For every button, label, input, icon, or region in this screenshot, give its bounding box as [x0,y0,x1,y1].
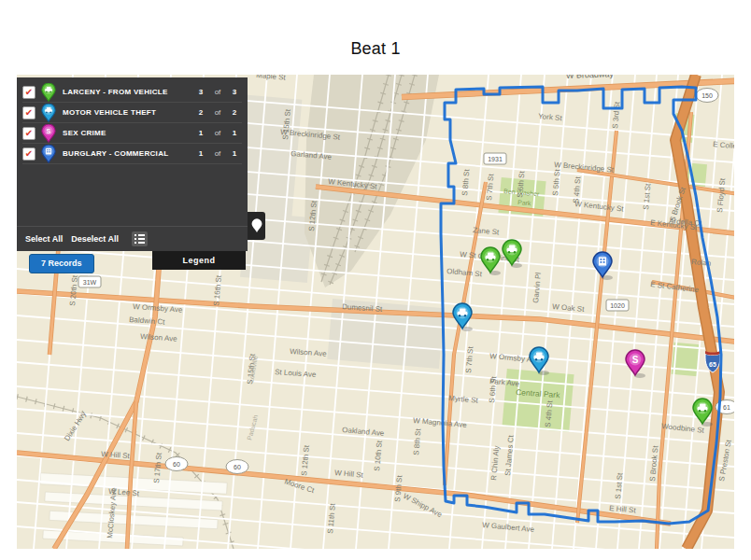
crime-filter-rows: ✔LARCENY - FROM VEHICLE3of3✔MOTOR VEHICL… [17,82,248,164]
svg-text:1020: 1020 [610,302,625,309]
select-all-button[interactable]: Select All [25,234,63,244]
category-count: 3 [193,88,208,96]
list-view-button[interactable] [132,231,148,246]
category-of-label: of [208,129,227,137]
motor-vehicle-theft-pin-icon [41,104,57,122]
category-checkbox[interactable]: ✔ [22,106,35,119]
map-canvas[interactable]: Maple StW BroadwayYork StW Breckinridge … [17,75,734,549]
category-checkbox[interactable]: ✔ [22,147,35,161]
category-count: 1 [193,149,208,158]
svg-text:60: 60 [173,461,180,468]
list-icon [135,233,145,245]
burglary-commercial-pin-icon [41,145,57,163]
category-of-label: of [208,108,227,117]
svg-text:S: S [47,128,51,135]
route-shield: 60 [165,457,188,471]
svg-text:65: 65 [709,361,716,368]
category-total: 2 [227,108,242,117]
route-shield: 60 [226,460,248,474]
category-total: 1 [227,149,242,158]
street-label: Park [517,199,531,206]
svg-text:60: 60 [234,464,241,470]
category-label: BURGLARY - COMMERCIAL [63,149,193,158]
svg-text:31W: 31W [83,279,97,286]
crime-filter-row[interactable]: ✔LARCENY - FROM VEHICLE3of3 [22,82,242,103]
crime-filter-row[interactable]: ✔SSEX CRIME1of1 [22,123,242,144]
svg-text:S: S [632,355,639,365]
legend-tab[interactable]: Legend [152,251,246,270]
category-of-label: of [208,149,227,158]
crime-filter-panel: ✔LARCENY - FROM VEHICLE3of3✔MOTOR VEHICL… [17,77,248,251]
sex-crime-pin-icon: S [41,124,57,143]
crime-filter-row[interactable]: ✔BURGLARY - COMMERCIAL1of1 [22,144,242,164]
route-shield: 1020 [606,300,629,311]
category-count: 1 [193,129,208,137]
category-label: SEX CRIME [63,129,193,137]
category-checkbox[interactable]: ✔ [22,127,35,140]
category-total: 1 [227,129,242,137]
panel-bottom-bar: Select All Deselect All [17,226,248,251]
category-total: 3 [227,88,242,96]
panel-pin-tab[interactable] [248,212,265,240]
category-checkbox[interactable]: ✔ [22,86,35,99]
route-shield: 1931 [484,153,506,164]
records-count-badge[interactable]: 7 Records [29,254,94,273]
category-of-label: of [208,88,227,96]
category-count: 2 [193,108,208,117]
larceny-from-vehicle-pin-icon [41,83,57,102]
category-label: MOTOR VEHICLE THEFT [63,108,193,117]
page-title: Beat 1 [0,39,751,59]
app-window: Beat 1 Maple StW BroadwayYork StW Brecki… [0,0,751,560]
route-shield: 150 [696,89,718,103]
crime-filter-row[interactable]: ✔MOTOR VEHICLE THEFT2of2 [22,103,242,123]
route-shield: 31W [78,276,101,287]
map-pin-icon [251,218,262,233]
svg-text:150: 150 [701,92,713,99]
svg-text:1931: 1931 [488,156,503,162]
deselect-all-button[interactable]: Deselect All [71,234,119,244]
category-label: LARCENY - FROM VEHICLE [63,88,193,96]
svg-text:61: 61 [723,404,730,411]
